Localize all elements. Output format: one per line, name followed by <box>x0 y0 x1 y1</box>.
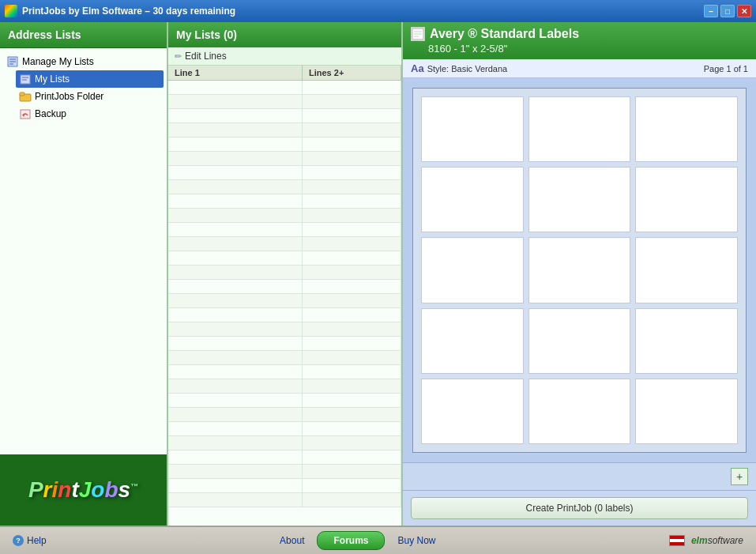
label-footer: + <box>403 462 756 490</box>
sidebar-item-backup[interactable]: Backup <box>16 105 164 122</box>
label-title: Avery ® Standard Labels <box>411 27 748 41</box>
table-row <box>168 266 401 280</box>
label-cell <box>421 96 524 162</box>
minimize-button[interactable]: – <box>704 5 718 17</box>
table-row <box>168 450 401 465</box>
table-header: Line 1 Lines 2+ <box>168 66 401 81</box>
title-bar-left: PrintJobs by Elm Software – 30 days rema… <box>5 5 235 17</box>
right-panel: Avery ® Standard Labels 8160 - 1" x 2-5/… <box>403 22 756 526</box>
forums-button[interactable]: Forums <box>317 531 385 550</box>
printjobs-logo: PrintJobs™ <box>0 454 167 526</box>
label-page <box>412 88 747 453</box>
help-label: Help <box>27 535 47 546</box>
page-info: Page 1 of 1 <box>704 64 748 73</box>
sidebar-item-folder-label: PrintJobs Folder <box>35 91 103 102</box>
label-cell <box>421 167 524 232</box>
label-cell <box>528 237 631 303</box>
window-title: PrintJobs by Elm Software – 30 days rema… <box>22 6 235 17</box>
table-row <box>168 223 401 237</box>
label-header: Avery ® Standard Labels 8160 - 1" x 2-5/… <box>403 22 756 59</box>
label-cell <box>635 96 738 162</box>
maximize-button[interactable]: □ <box>720 5 735 17</box>
help-link[interactable]: ? Help <box>13 535 47 546</box>
label-cell <box>635 308 738 374</box>
add-page-button[interactable]: + <box>731 468 748 485</box>
svg-rect-8 <box>20 92 24 96</box>
help-circle-icon: ? <box>13 535 24 546</box>
col-header-lines2plus: Lines 2+ <box>303 66 401 80</box>
label-cell <box>528 308 631 374</box>
table-row <box>168 351 401 365</box>
label-cell <box>635 379 738 444</box>
sidebar-item-printjobs-folder[interactable]: PrintJobs Folder <box>16 88 164 105</box>
table-row <box>168 394 401 408</box>
label-preview-area <box>403 78 756 462</box>
label-cell <box>421 237 524 303</box>
manage-icon <box>6 55 19 68</box>
label-subtitle: 8160 - 1" x 2-5/8" <box>411 43 748 55</box>
about-link[interactable]: About <box>280 535 304 546</box>
create-printjob-button[interactable]: Create PrintJob (0 labels) <box>411 497 748 519</box>
table-body <box>168 81 401 526</box>
middle-panel: My Lists (0) ✏ Edit Lines Line 1 Lines 2… <box>168 22 403 526</box>
app-icon <box>5 5 17 17</box>
sidebar-item-my-lists[interactable]: My Lists <box>16 70 164 88</box>
table-row <box>168 194 401 209</box>
label-cell <box>528 379 631 444</box>
status-center: About Forums Buy Now <box>280 531 435 550</box>
status-right: elmsoftware <box>669 535 743 546</box>
table-row <box>168 123 401 138</box>
style-bar-left: Aa Style: Basic Verdana <box>411 62 507 74</box>
label-cell <box>421 379 524 444</box>
table-row <box>168 237 401 251</box>
close-button[interactable]: ✕ <box>737 5 751 17</box>
table-row <box>168 365 401 379</box>
table-row <box>168 308 401 322</box>
sidebar-item-backup-label: Backup <box>35 108 66 119</box>
table-row <box>168 337 401 351</box>
elm-brand: elmsoftware <box>691 535 743 546</box>
table-row <box>168 138 401 152</box>
table-row <box>168 166 401 180</box>
label-cell <box>528 96 631 162</box>
table-row <box>168 95 401 109</box>
table-row <box>168 109 401 123</box>
title-bar-controls: – □ ✕ <box>704 5 751 17</box>
folder-icon <box>19 90 32 103</box>
table-row <box>168 465 401 479</box>
sidebar-item-manage-label: Manage My Lists <box>22 56 94 67</box>
table-row <box>168 81 401 95</box>
table-row <box>168 294 401 308</box>
buy-now-link[interactable]: Buy Now <box>397 535 435 546</box>
edit-pencil-icon: ✏ <box>175 51 182 62</box>
my-lists-header: My Lists (0) <box>168 22 401 47</box>
table-row <box>168 280 401 294</box>
label-grid <box>421 96 738 444</box>
avery-title: Avery ® Standard Labels <box>430 27 579 41</box>
style-aa-icon: Aa <box>411 62 424 74</box>
left-panel: Address Lists Manage My Lists <box>0 22 168 526</box>
table-row <box>168 479 401 493</box>
address-lists-header: Address Lists <box>0 22 167 48</box>
style-bar: Aa Style: Basic Verdana Page 1 of 1 <box>403 59 756 78</box>
backup-icon <box>19 107 32 120</box>
tree-area: Manage My Lists My Lists <box>0 48 167 454</box>
sidebar-item-manage[interactable]: Manage My Lists <box>3 53 164 70</box>
table-row <box>168 209 401 223</box>
label-cell <box>635 237 738 303</box>
table-row <box>168 379 401 394</box>
sidebar-item-my-lists-label: My Lists <box>35 73 70 85</box>
table-row <box>168 436 401 450</box>
table-row <box>168 422 401 436</box>
label-cell <box>635 167 738 232</box>
style-label: Style: Basic Verdana <box>427 64 508 73</box>
status-bar: ? Help About Forums Buy Now elmsoftware <box>0 526 756 554</box>
logo-text: PrintJobs™ <box>28 477 138 503</box>
label-cell <box>421 308 524 374</box>
label-doc-icon <box>411 27 425 41</box>
col-header-line1: Line 1 <box>168 66 303 80</box>
edit-lines-bar[interactable]: ✏ Edit Lines <box>168 47 401 66</box>
label-cell <box>528 167 631 232</box>
table-row <box>168 493 401 507</box>
edit-lines-label: Edit Lines <box>185 51 227 62</box>
